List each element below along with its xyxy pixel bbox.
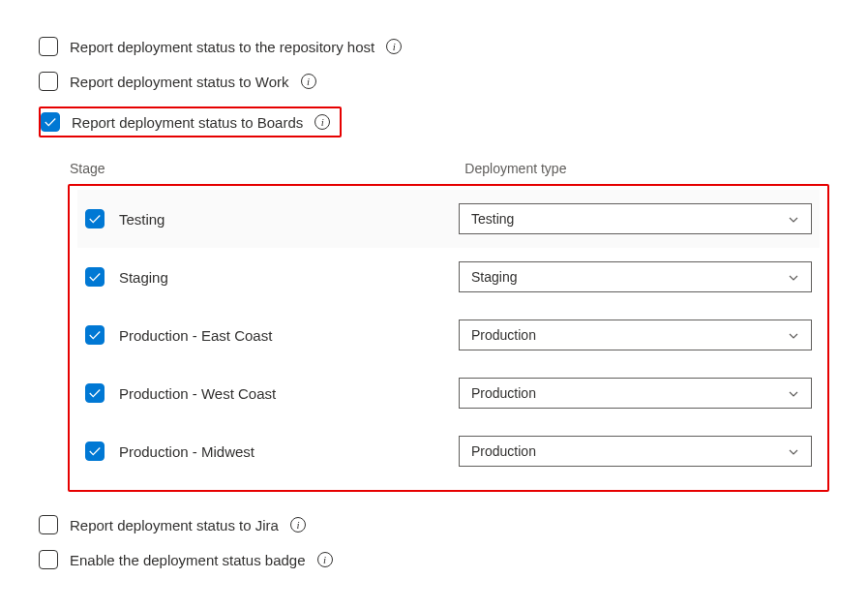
select-deployment-type-prod-west[interactable]: Production <box>459 378 812 409</box>
select-value: Production <box>471 385 536 401</box>
select-deployment-type-staging[interactable]: Staging <box>459 261 812 292</box>
table-row: Testing Testing <box>77 190 820 248</box>
option-label-jira: Report deployment status to Jira <box>70 517 279 533</box>
check-icon <box>88 386 102 400</box>
checkbox-work[interactable] <box>39 72 58 91</box>
th-deployment-type: Deployment type <box>464 161 829 176</box>
chevron-down-icon <box>788 271 799 283</box>
info-icon[interactable]: i <box>386 39 402 54</box>
chevron-down-icon <box>788 445 799 457</box>
checkbox-stage-prod-west[interactable] <box>85 383 105 403</box>
select-deployment-type-prod-east[interactable]: Production <box>459 320 812 350</box>
table-row: Production - West Coast Production <box>77 364 820 422</box>
checkbox-stage-prod-midwest[interactable] <box>85 442 105 461</box>
stage-name: Production - East Coast <box>119 327 459 344</box>
option-jira: Report deployment status to Jira i <box>39 507 829 542</box>
chevron-down-icon <box>788 213 799 225</box>
check-icon <box>88 328 102 342</box>
stage-name: Production - Midwest <box>119 443 459 460</box>
option-work: Report deployment status to Work i <box>39 64 829 99</box>
stage-name: Production - West Coast <box>119 385 459 402</box>
checkbox-stage-prod-east[interactable] <box>85 325 105 345</box>
checkbox-boards[interactable] <box>41 112 60 132</box>
check-icon <box>88 270 102 284</box>
option-repository-host: Report deployment status to the reposito… <box>39 29 829 64</box>
table-row: Production - East Coast Production <box>77 306 820 364</box>
check-icon <box>88 444 102 458</box>
info-icon[interactable]: i <box>317 552 333 567</box>
checkbox-repository-host[interactable] <box>39 37 58 56</box>
info-icon[interactable]: i <box>314 114 330 130</box>
select-deployment-type-testing[interactable]: Testing <box>459 203 812 234</box>
chevron-down-icon <box>788 387 799 399</box>
checkbox-stage-testing[interactable] <box>85 209 105 228</box>
table-header-row: Stage Deployment type <box>68 161 829 184</box>
checkbox-badge[interactable] <box>39 550 58 569</box>
option-boards-wrapper: Report deployment status to Boards i <box>39 99 829 145</box>
highlight-table: Testing Testing Staging Staging <box>68 184 829 492</box>
highlight-boards: Report deployment status to Boards i <box>39 107 342 137</box>
option-badge: Enable the deployment status badge i <box>39 542 829 577</box>
option-label-badge: Enable the deployment status badge <box>70 552 306 568</box>
option-label-boards: Report deployment status to Boards <box>72 114 303 131</box>
check-icon <box>88 212 102 226</box>
table-row: Staging Staging <box>77 248 820 306</box>
chevron-down-icon <box>788 329 799 341</box>
stage-name: Staging <box>119 269 459 286</box>
select-value: Staging <box>471 269 517 285</box>
table-row: Production - Midwest Production <box>77 422 820 480</box>
select-deployment-type-prod-midwest[interactable]: Production <box>459 436 812 467</box>
info-icon[interactable]: i <box>301 74 316 89</box>
select-value: Production <box>471 327 536 343</box>
select-value: Production <box>471 443 536 459</box>
info-icon[interactable]: i <box>290 517 306 533</box>
checkbox-stage-staging[interactable] <box>85 267 105 287</box>
stage-name: Testing <box>119 211 459 228</box>
check-icon <box>44 115 57 129</box>
stages-table: Stage Deployment type Testing Testing <box>68 161 829 492</box>
option-label-repository-host: Report deployment status to the reposito… <box>70 39 374 55</box>
select-value: Testing <box>471 211 514 227</box>
checkbox-jira[interactable] <box>39 515 58 534</box>
th-stage: Stage <box>68 161 464 176</box>
option-label-work: Report deployment status to Work <box>70 74 289 90</box>
